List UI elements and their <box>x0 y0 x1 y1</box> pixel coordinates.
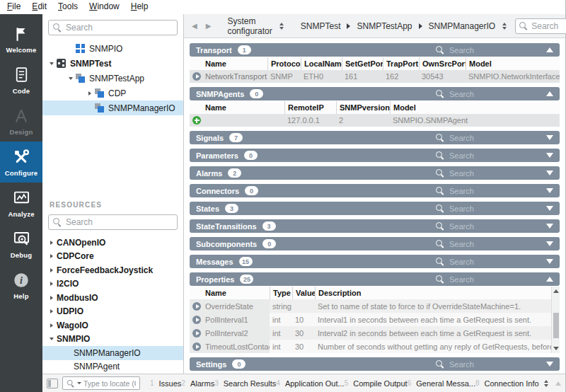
tree-item-cdp[interactable]: CDP <box>42 86 183 100</box>
scrollbar-track[interactable] <box>552 296 560 344</box>
column-header-localname[interactable]: LocalName <box>301 57 342 70</box>
locator-box[interactable] <box>62 376 140 390</box>
output-tab-issues[interactable]: 1Issues <box>150 379 181 388</box>
resource-item-forcefeedbackjoystick[interactable]: ForceFeedbackJoystick <box>42 263 183 277</box>
scroll-up-icon[interactable] <box>553 289 559 293</box>
mode-item-design[interactable]: Design <box>0 100 42 142</box>
output-tab-connection-info[interactable]: 8Connection Info <box>475 379 539 388</box>
panel-expand-icon[interactable] <box>555 381 561 386</box>
mode-item-code[interactable]: Code <box>0 59 42 100</box>
panel-updown-icon[interactable] <box>544 380 548 387</box>
navbar-search-box[interactable] <box>515 18 566 34</box>
expand-icon[interactable] <box>546 153 553 158</box>
collapse-icon[interactable] <box>546 47 553 52</box>
expand-icon[interactable] <box>546 135 553 140</box>
section-header-settings[interactable]: Settings0Search <box>190 357 560 371</box>
section-header-alarms[interactable]: Alarms2Search <box>190 166 560 180</box>
expand-play-icon[interactable] <box>192 329 201 338</box>
section-search[interactable]: Search <box>436 275 541 284</box>
tree-item-snmptestapp[interactable]: SNMPTestApp <box>42 71 183 86</box>
column-header-value[interactable]: Value <box>292 287 315 299</box>
mode-item-analyze[interactable]: Analyze <box>0 183 42 224</box>
expand-icon[interactable] <box>546 224 553 229</box>
history-forward-button[interactable]: ▶ <box>204 22 214 30</box>
column-header-type[interactable]: Type <box>270 287 292 299</box>
history-back-button[interactable]: ◀ <box>190 22 200 30</box>
navbar-search-input[interactable] <box>531 21 566 31</box>
mode-item-configure[interactable]: Configure <box>0 142 42 183</box>
expand-play-icon[interactable] <box>192 72 201 81</box>
menu-file[interactable]: File <box>1 0 26 14</box>
tree-item-snmpmanagerio[interactable]: SNMPManagerIO <box>42 100 183 115</box>
mode-item-welcome[interactable]: Welcome <box>0 18 42 59</box>
output-tab-alarms[interactable]: 2Alarms <box>181 379 214 388</box>
mode-item-debug[interactable]: Debug <box>0 224 42 265</box>
section-search[interactable]: Search <box>436 169 541 178</box>
breadcrumb-item-snmptest[interactable]: SNMPTest <box>301 21 341 31</box>
output-tab-application-out-[interactable]: 4Application Out... <box>276 379 344 388</box>
column-header-setgetport[interactable]: SetGetPort <box>342 57 383 70</box>
expand-icon[interactable] <box>546 188 553 193</box>
mode-item-help[interactable]: iHelp <box>0 265 42 306</box>
locator-input[interactable] <box>83 379 136 388</box>
section-header-transport[interactable]: Transport1Search <box>190 43 560 57</box>
section-search[interactable]: Search <box>436 134 541 142</box>
column-header-name[interactable]: Name <box>202 57 267 70</box>
section-header-subcomponents[interactable]: Subcomponents0Search <box>190 237 560 250</box>
project-search-input[interactable] <box>66 23 173 33</box>
breadcrumb-item-snmptestapp[interactable]: SNMPTestApp <box>357 21 412 31</box>
add-icon[interactable] <box>192 116 201 125</box>
section-header-parameters[interactable]: Parameters0Search <box>190 149 560 162</box>
configurator-selector[interactable]: System configurator <box>221 14 289 38</box>
section-search[interactable]: Search <box>436 46 541 54</box>
section-header-messages[interactable]: Messages15Search <box>190 255 560 268</box>
menu-tools[interactable]: Tools <box>52 0 83 14</box>
column-header-protocol[interactable]: Protocol <box>267 57 301 70</box>
section-search[interactable]: Search <box>436 187 541 195</box>
section-search[interactable]: Search <box>436 222 541 231</box>
tree-item-snmpio[interactable]: SNMPIO <box>42 41 183 56</box>
project-search-box[interactable] <box>48 20 178 35</box>
menu-window[interactable]: Window <box>83 0 125 14</box>
resource-item-snmpmanagerio[interactable]: SNMPManagerIO <box>42 346 183 360</box>
resource-item-snmpagent[interactable]: SNMPAgent <box>42 360 183 374</box>
breadcrumb-item-snmpmanagerio[interactable]: SNMPManagerIO <box>429 21 496 31</box>
section-search[interactable]: Search <box>436 151 541 160</box>
table-scrollbar[interactable] <box>551 287 560 353</box>
section-header-statetransitions[interactable]: StateTransitions3Search <box>190 219 560 233</box>
resource-item-wagoio[interactable]: WagoIO <box>42 318 183 333</box>
sidebar-toggle-button[interactable] <box>47 379 58 388</box>
section-header-states[interactable]: States3Search <box>190 202 560 215</box>
section-header-connectors[interactable]: Connectors0Search <box>190 184 560 197</box>
menu-edit[interactable]: Edit <box>26 0 52 14</box>
output-tab-compile-output[interactable]: 5Compile Output <box>345 379 408 388</box>
expand-play-icon[interactable] <box>192 316 201 324</box>
column-header-name[interactable]: Name <box>202 287 270 299</box>
expand-icon[interactable] <box>546 259 553 264</box>
column-header-trapport[interactable]: TrapPort <box>383 57 419 70</box>
column-header-model[interactable]: Model <box>390 101 560 114</box>
resources-search-input[interactable] <box>66 217 173 227</box>
expand-play-icon[interactable] <box>192 302 201 311</box>
column-header-description[interactable]: Description <box>315 287 551 299</box>
section-header-properties[interactable]: Properties25Search <box>190 272 560 286</box>
section-search[interactable]: Search <box>436 240 541 248</box>
column-header-model[interactable]: Model <box>466 57 560 70</box>
resource-item-udpio[interactable]: UDPIO <box>42 305 183 319</box>
scrollbar-thumb[interactable] <box>553 313 559 338</box>
output-tab-general-messa-[interactable]: 6General Messa... <box>408 379 475 388</box>
section-search[interactable]: Search <box>436 258 541 266</box>
resource-item-cdpcore[interactable]: CDPCore <box>42 250 183 264</box>
expand-icon[interactable] <box>546 206 553 211</box>
tree-item-snmptest[interactable]: SNMPTest <box>42 56 183 71</box>
column-header-name[interactable]: Name <box>202 101 284 114</box>
scroll-down-icon[interactable] <box>553 347 559 350</box>
expand-icon[interactable] <box>546 241 553 246</box>
column-header-remoteip[interactable]: RemoteIP <box>284 101 336 114</box>
section-header-signals[interactable]: Signals7Search <box>190 131 560 144</box>
section-search[interactable]: Search <box>436 360 541 369</box>
column-header-ownsrcport[interactable]: OwnSrcPort <box>419 57 466 70</box>
expand-icon[interactable] <box>546 171 553 175</box>
resource-item-i2cio[interactable]: I2CIO <box>42 277 183 292</box>
resources-search-box[interactable] <box>48 214 178 230</box>
